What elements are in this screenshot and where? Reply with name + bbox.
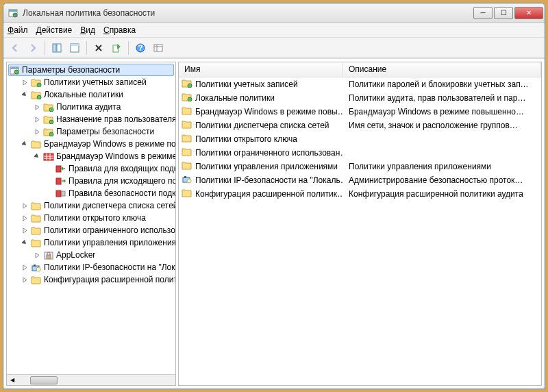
horizontal-scrollbar[interactable]: ◀ [7, 374, 175, 385]
list-row[interactable]: Конфигурация расширенной политик…Конфигу… [179, 187, 541, 201]
menubar: Файл Действие Вид Справка [3, 23, 545, 38]
list-row[interactable]: Политики учетных записейПолитики паролей… [179, 77, 541, 91]
list-cell-description: Политики управления приложениями [343, 162, 541, 171]
expander-closed-icon[interactable] [33, 127, 42, 136]
tree-item[interactable]: Политики учетных записей [21, 76, 174, 88]
ipsec-icon [31, 263, 42, 272]
menu-help[interactable]: Справка [103, 25, 136, 35]
tree-item-label: Параметры безопасности [56, 127, 154, 136]
titlebar[interactable]: Локальная политика безопасности ─ ☐ ✕ [3, 3, 545, 23]
svg-rect-14 [10, 67, 18, 69]
window-controls: ─ ☐ ✕ [473, 7, 543, 19]
tree-item[interactable]: Брандмауэр Windows в режиме пов [21, 138, 174, 150]
expander-open-icon[interactable] [21, 238, 29, 247]
tree-item[interactable]: Назначение прав пользователя [33, 113, 174, 125]
column-header-description[interactable]: Описание [343, 62, 541, 77]
svg-point-34 [36, 267, 40, 271]
show-hide-tree-button[interactable] [49, 40, 64, 56]
expander-closed-icon[interactable] [33, 251, 42, 260]
menu-view[interactable]: Вид [80, 25, 95, 35]
tree-item[interactable]: Правила безопасности подкл [45, 187, 174, 199]
back-button[interactable] [8, 40, 23, 56]
expander-open-icon[interactable] [21, 140, 29, 149]
tree-item[interactable]: Брандмауэр Windows в режиме [33, 150, 174, 162]
menu-file[interactable]: Файл [8, 25, 28, 35]
scroll-left-arrow[interactable]: ◀ [7, 376, 18, 385]
tree-item-label: Политики IP-безопасности на "Лока [44, 262, 176, 272]
tree-item[interactable]: Политики управления приложения [21, 236, 174, 249]
expander-closed-icon[interactable] [21, 201, 29, 210]
expander-open-icon[interactable] [21, 90, 29, 99]
list-row[interactable]: Политики IP-безопасности на "Локаль…Адми… [179, 173, 541, 187]
tree-item[interactable]: Правила для исходящего под [45, 175, 174, 187]
svg-point-17 [37, 95, 41, 99]
expander-closed-icon[interactable] [33, 115, 42, 124]
rule-out-icon [55, 177, 66, 186]
expander-closed-icon[interactable] [21, 78, 29, 87]
menu-action[interactable]: Действие [36, 25, 73, 35]
svg-point-35 [188, 84, 192, 88]
tree-item[interactable]: Политика аудита [33, 101, 174, 113]
forward-button[interactable] [25, 40, 40, 56]
list-cell-description: Политики паролей и блокировки учетных за… [343, 79, 541, 89]
export-button[interactable] [109, 40, 124, 56]
folder-badge-icon [182, 93, 195, 103]
tree-item[interactable]: Параметры безопасности [8, 64, 174, 76]
maximize-button[interactable]: ☐ [494, 7, 513, 19]
toolbar-separator [86, 41, 87, 55]
column-header-name[interactable]: Имя [179, 62, 343, 77]
folder-badge-icon [43, 103, 54, 112]
expander-closed-icon[interactable] [21, 226, 29, 235]
folder-icon [182, 147, 195, 158]
tree-item[interactable]: Политики ограниченного использо [21, 224, 174, 236]
tree-item[interactable]: Политики диспетчера списка сетей [21, 199, 174, 212]
delete-button[interactable] [91, 40, 106, 56]
svg-point-20 [49, 132, 53, 136]
expander-none [45, 164, 54, 173]
svg-point-2 [13, 13, 17, 17]
tree-item[interactable]: AppLocker [33, 249, 174, 261]
expander-closed-icon[interactable] [21, 214, 29, 223]
app-icon [8, 8, 18, 19]
list-cell-name: Политики учетных записей [179, 79, 343, 90]
list-cell-name: Локальные политики [179, 93, 343, 103]
tree-item[interactable]: Локальные политики [21, 88, 174, 101]
list-row[interactable]: Политики ограниченного использован… [179, 146, 541, 160]
expander-closed-icon[interactable] [33, 103, 42, 112]
view-options-button[interactable] [151, 40, 166, 56]
folder-icon [182, 106, 195, 117]
list-row[interactable]: Политики управления приложениямиПолитики… [179, 160, 541, 173]
list-body[interactable]: Политики учетных записейПолитики паролей… [179, 77, 541, 385]
expander-open-icon[interactable] [33, 152, 42, 161]
minimize-button[interactable]: ─ [473, 7, 493, 19]
list-cell-description: Конфигурация расширенной политики аудита [343, 189, 541, 199]
folder-icon [31, 140, 42, 149]
tree-item[interactable]: Политики открытого ключа [21, 212, 174, 224]
folder-icon [182, 120, 195, 131]
list-pane: Имя Описание Политики учетных записейПол… [178, 62, 542, 386]
list-row[interactable]: Политики диспетчера списка сетейИмя сети… [179, 119, 541, 132]
tree-item[interactable]: Параметры безопасности [33, 125, 174, 138]
folder-icon [31, 238, 42, 247]
applocker-icon [43, 251, 54, 260]
scroll-thumb[interactable] [30, 376, 58, 384]
list-cell-name: Политики управления приложениями [179, 161, 343, 172]
properties-button[interactable] [67, 40, 82, 56]
svg-rect-31 [47, 255, 51, 258]
tree-item[interactable]: Правила для входящих подкл [45, 162, 174, 175]
expander-none [45, 177, 54, 186]
list-row[interactable]: Брандмауэр Windows в режиме повы…Брандма… [179, 105, 541, 119]
expander-closed-icon[interactable] [21, 263, 29, 272]
close-button[interactable]: ✕ [514, 7, 543, 19]
list-cell-name: Конфигурация расширенной политик… [179, 188, 343, 199]
tree-item[interactable]: Конфигурация расширенной полит [21, 273, 174, 286]
svg-point-39 [187, 179, 191, 183]
list-row[interactable]: Политики открытого ключа [179, 132, 541, 146]
tree-item[interactable]: Политики IP-безопасности на "Лока [21, 261, 174, 273]
svg-rect-29 [62, 191, 65, 196]
list-cell-description: Политики аудита, прав пользователей и па… [343, 93, 541, 103]
help-button[interactable]: ? [133, 40, 148, 56]
expander-closed-icon[interactable] [21, 275, 29, 284]
tree-pane[interactable]: Параметры безопасностиПолитики учетных з… [6, 62, 176, 386]
list-row[interactable]: Локальные политикиПолитики аудита, прав … [179, 91, 541, 105]
